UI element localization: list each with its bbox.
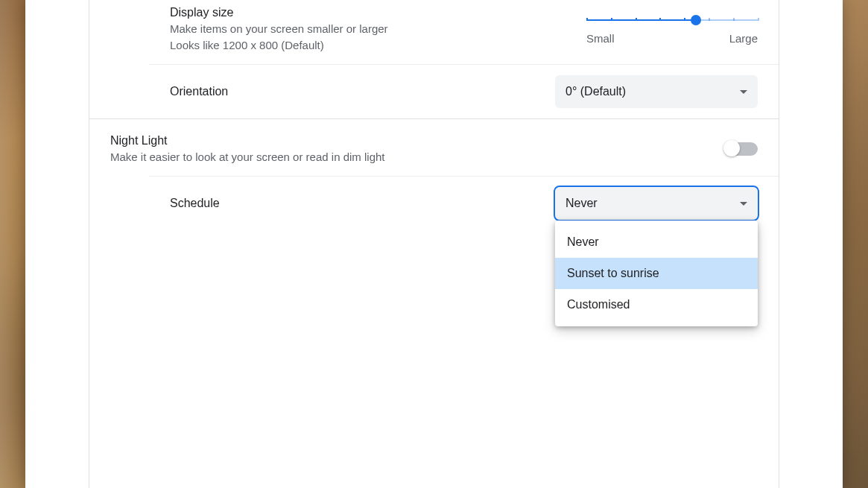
night-light-desc: Make it easier to look at your screen or… (110, 149, 725, 165)
night-light-title: Night Light (110, 133, 725, 149)
orientation-select[interactable]: 0° (Default) (555, 75, 758, 108)
settings-window: Display size Make items on your screen s… (25, 0, 843, 488)
slider-label-large: Large (729, 32, 758, 45)
settings-panel: Display size Make items on your screen s… (89, 0, 779, 488)
window-edge (0, 0, 26, 488)
chevron-down-icon (740, 202, 747, 206)
schedule-option[interactable]: Never (555, 226, 758, 258)
display-size-title: Display size (170, 4, 586, 21)
night-light-toggle[interactable] (725, 142, 758, 156)
display-size-desc: Make items on your screen smaller or lar… (170, 21, 586, 37)
schedule-option[interactable]: Sunset to sunrise (555, 258, 758, 289)
display-size-text: Display size Make items on your screen s… (170, 4, 586, 54)
orientation-value: 0° (Default) (566, 85, 626, 98)
schedule-label: Schedule (170, 195, 555, 212)
orientation-label: Orientation (170, 83, 555, 100)
schedule-select[interactable]: Never (555, 187, 758, 220)
display-size-row: Display size Make items on your screen s… (149, 0, 779, 64)
slider-label-small: Small (586, 32, 615, 45)
night-light-row: Night Light Make it easier to look at yo… (89, 119, 779, 176)
display-size-slider[interactable] (586, 19, 758, 22)
display-size-slider-group: Small Large (586, 14, 758, 45)
schedule-value: Never (566, 197, 598, 210)
chevron-down-icon (740, 90, 747, 94)
schedule-option[interactable]: Customised (555, 289, 758, 320)
display-size-resolution: Looks like 1200 x 800 (Default) (170, 37, 586, 54)
slider-thumb[interactable] (691, 15, 701, 25)
toggle-knob (723, 140, 740, 156)
orientation-row: Orientation 0° (Default) (149, 64, 779, 118)
schedule-dropdown-menu: NeverSunset to sunriseCustomised (555, 221, 758, 326)
